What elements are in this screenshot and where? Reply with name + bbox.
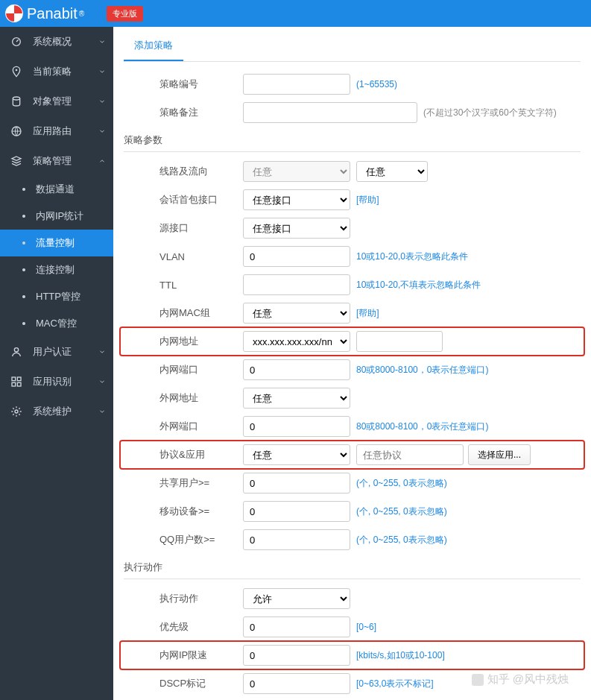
input-policy-note[interactable] <box>243 102 417 123</box>
label-share: 共享用户>= <box>124 476 243 490</box>
hint-vlan: 10或10-20,0表示忽略此条件 <box>356 250 468 263</box>
sub-label: 流量控制 <box>36 236 75 250</box>
label-outport: 外网端口 <box>124 420 243 433</box>
input-policy-id[interactable] <box>243 74 350 95</box>
input-outport[interactable] <box>243 416 350 437</box>
sidebar-sub-4-0[interactable]: 数据通道 <box>0 176 113 203</box>
label-dscp: DSCP标记 <box>124 677 243 690</box>
app-header: Panabit ® 专业版 <box>0 0 591 27</box>
chevron-down-icon <box>98 376 106 388</box>
reg-mark: ® <box>79 10 84 18</box>
label-policy-note: 策略备注 <box>124 106 243 119</box>
svg-point-3 <box>13 97 19 100</box>
sidebar-sub-4-1[interactable]: 内网IP统计 <box>0 203 113 230</box>
input-qq[interactable] <box>243 529 350 550</box>
input-iplimit[interactable] <box>243 645 350 666</box>
select-outaddr[interactable]: 任意 <box>243 388 350 409</box>
select-macgrp[interactable]: 任意 <box>243 303 350 324</box>
hint-share: (个, 0~255, 0表示忽略) <box>356 477 447 490</box>
hint-iplimit: [kbits/s,如10或10-100] <box>356 649 445 662</box>
label-mobile: 移动设备>= <box>124 505 243 518</box>
choose-app-button[interactable]: 选择应用... <box>468 444 531 465</box>
dot-icon <box>22 215 25 218</box>
umbrella-icon <box>4 4 24 23</box>
hint-dscp: [0~63,0表示不标记] <box>356 678 434 690</box>
sub-label: MAC管控 <box>36 317 77 330</box>
select-direction[interactable]: 任意 <box>356 161 428 182</box>
svg-rect-6 <box>12 377 16 381</box>
label-action: 执行动作 <box>124 592 243 605</box>
input-vlan[interactable] <box>243 246 350 267</box>
section-params: 策略参数 <box>124 133 581 152</box>
select-action[interactable]: 允许 <box>243 588 350 609</box>
version-badge: 专业版 <box>107 6 143 22</box>
select-firstpkt[interactable]: 任意接口 <box>243 189 350 210</box>
hint-outport: 80或8000-8100，0表示任意端口) <box>356 420 488 433</box>
input-proto[interactable] <box>356 444 464 465</box>
label-proto: 协议&应用 <box>124 448 243 461</box>
sidebar-item-5[interactable]: 用户认证 <box>0 337 113 367</box>
brand-text: Panabit <box>27 5 78 22</box>
label-ttl: TTL <box>124 280 243 291</box>
sidebar-item-2[interactable]: 对象管理 <box>0 86 113 116</box>
content-area: 添加策略 策略编号 (1~65535) 策略备注 (不超过30个汉字或60个英文… <box>113 27 591 700</box>
sidebar-label: 系统概况 <box>33 35 72 48</box>
chevron-down-icon <box>98 66 106 78</box>
select-inaddr[interactable]: xxx.xxx.xxx.xxx/nn <box>243 331 350 352</box>
sidebar-sub-4-2[interactable]: 流量控制 <box>0 230 113 256</box>
sidebar-label: 系统维护 <box>33 405 72 418</box>
hint-mobile: (个, 0~255, 0表示忽略) <box>356 505 447 518</box>
input-inport[interactable] <box>243 359 350 380</box>
sidebar-item-3[interactable]: 应用路由 <box>0 116 113 146</box>
hint-policy-id: (1~65535) <box>356 79 397 89</box>
dot-icon <box>22 242 25 245</box>
label-inport: 内网端口 <box>124 363 243 376</box>
sidebar-label: 用户认证 <box>33 345 72 359</box>
hint-inport: 80或8000-8100，0表示任意端口) <box>356 364 488 376</box>
hint-policy-note: (不超过30个汉字或60个英文字符) <box>423 107 557 119</box>
sub-label: HTTP管控 <box>36 290 80 303</box>
label-vlan: VLAN <box>124 251 243 262</box>
hint-ttl: 10或10-20,不填表示忽略此条件 <box>356 279 481 291</box>
help-firstpkt[interactable]: [帮助] <box>356 194 379 206</box>
sidebar-label: 当前策略 <box>33 65 72 78</box>
sidebar-sub-4-5[interactable]: MAC管控 <box>0 310 113 337</box>
select-line[interactable]: 任意 <box>243 161 350 182</box>
sidebar-sub-4-4[interactable]: HTTP管控 <box>0 283 113 310</box>
help-macgrp[interactable]: [帮助] <box>356 307 379 320</box>
label-policy-id: 策略编号 <box>124 78 243 91</box>
chevron-down-icon <box>98 96 106 107</box>
svg-rect-9 <box>17 382 21 386</box>
dot-icon <box>22 295 25 298</box>
select-srcif[interactable]: 任意接口 <box>243 218 350 239</box>
input-dscp[interactable] <box>243 673 350 694</box>
section-action: 执行动作 <box>124 561 581 579</box>
sidebar-item-1[interactable]: 当前策略 <box>0 57 113 86</box>
svg-rect-8 <box>12 382 16 386</box>
input-share[interactable] <box>243 473 350 494</box>
label-outaddr: 外网地址 <box>124 391 243 405</box>
svg-point-2 <box>16 69 18 72</box>
hint-qq: (个, 0~255, 0表示忽略) <box>356 534 447 546</box>
select-proto[interactable]: 任意 <box>243 444 350 465</box>
sidebar-item-6[interactable]: 应用识别 <box>0 367 113 397</box>
sub-label: 数据通道 <box>36 183 75 196</box>
input-inaddr[interactable] <box>356 331 443 352</box>
sidebar-sub-4-3[interactable]: 连接控制 <box>0 256 113 283</box>
svg-point-5 <box>14 348 18 352</box>
label-inaddr: 内网地址 <box>124 335 243 348</box>
tab-bar: 添加策略 <box>124 27 581 62</box>
highlight-inaddr: 内网地址 xxx.xxx.xxx.xxx/nn <box>119 327 585 356</box>
sidebar-item-0[interactable]: 系统概况 <box>0 27 113 57</box>
chevron-down-icon <box>98 126 106 137</box>
input-prio[interactable] <box>243 617 350 637</box>
sidebar-label: 应用识别 <box>33 375 72 388</box>
tab-add-policy[interactable]: 添加策略 <box>124 31 183 61</box>
sidebar-item-7[interactable]: 系统维护 <box>0 397 113 426</box>
sidebar: 系统概况当前策略对象管理应用路由策略管理数据通道内网IP统计流量控制连接控制HT… <box>0 27 113 700</box>
svg-rect-7 <box>17 377 21 381</box>
label-firstpkt: 会话首包接口 <box>124 193 243 206</box>
input-ttl[interactable] <box>243 274 350 295</box>
input-mobile[interactable] <box>243 501 350 522</box>
sidebar-item-4[interactable]: 策略管理 <box>0 146 113 176</box>
